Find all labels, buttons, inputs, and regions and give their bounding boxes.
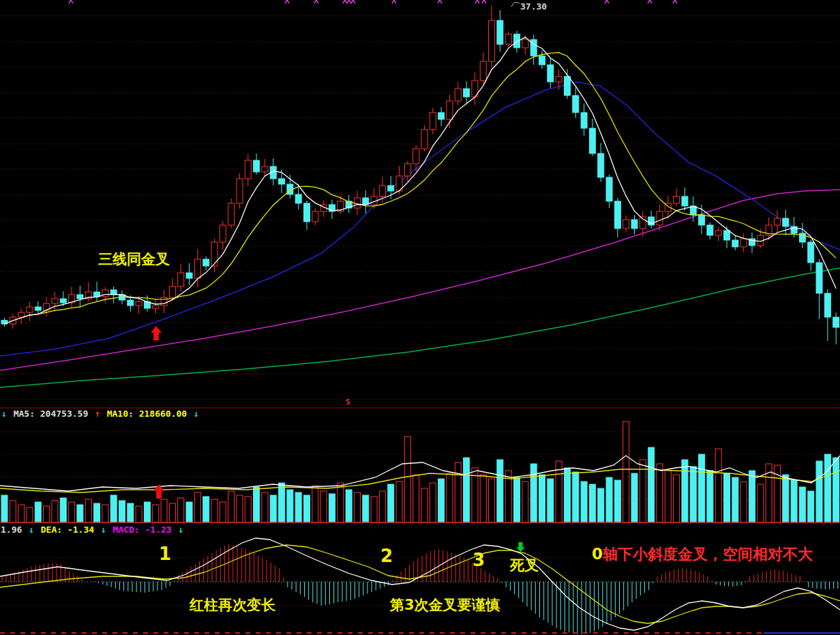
volume-ma5-value: MA5: 204753.59 <box>14 409 89 419</box>
macd-value: MACD: -1.23 <box>113 525 172 535</box>
dif-value: 1.96 <box>1 525 22 535</box>
volume-ma10-value: MA10: 218660.00 <box>107 409 187 419</box>
sell-marker: S <box>346 398 350 407</box>
arrow-up-icon: ↑ <box>95 409 100 419</box>
annotation-zero-axis-cross: 0轴下小斜度金叉，空间相对不大 <box>592 544 813 565</box>
volume-header: ↓ MA5: 204753.59 ↑ MA10: 218660.00 ↓ <box>1 409 200 419</box>
arrow-down-icon: ↓ <box>101 525 106 535</box>
annotation-three-line-golden-cross: 三线同金叉 <box>98 250 170 269</box>
annotation-point-1: 1 <box>159 544 171 564</box>
dea-value: DEA: -1.34 <box>41 525 94 535</box>
peak-price-label: 37.30 <box>520 1 547 12</box>
macd-header: 1.96 ↓ DEA: -1.34 ↓ MACD: -1.23 ↓ <box>1 525 185 535</box>
arrow-down-icon: ↓ <box>178 525 183 535</box>
annotation-red-bars-longer: 红柱再次变长 <box>190 595 275 615</box>
arrow-down-icon: ↓ <box>29 525 34 535</box>
annotation-death-cross: 死叉 <box>510 556 539 575</box>
annotation-third-cross-caution: 第3次金叉要谨慎 <box>390 595 500 615</box>
annotation-point-2: 2 <box>380 546 393 566</box>
arrow-down-icon: ↓ <box>1 409 7 419</box>
annotation-zero-text: 轴下小斜度金叉，空间相对不大 <box>603 546 813 563</box>
stock-chart-screen: 三线同金叉 37.30 S ↓ MA5: 204753.59 ↑ MA10: 2… <box>0 0 840 635</box>
arrow-down-icon: ↓ <box>194 409 199 419</box>
annotation-point-3: 3 <box>472 550 485 570</box>
chart-canvas <box>0 0 840 635</box>
annotation-zero-digit: 0 <box>592 545 603 563</box>
